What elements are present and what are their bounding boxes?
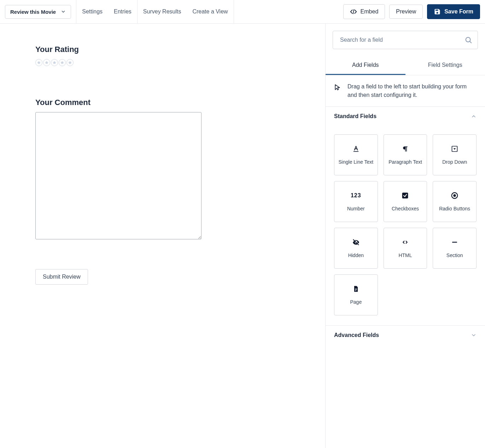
svg-line-7 — [470, 41, 471, 43]
embed-label: Embed — [361, 8, 379, 15]
text-icon — [352, 145, 360, 153]
sidebar-tabs: Add Fields Field Settings — [326, 56, 485, 75]
field-card-label: Single Line Text — [337, 159, 376, 165]
star-icon[interactable] — [35, 59, 42, 66]
fields-grid: Single Line Text Paragraph Text Drop Dow… — [326, 126, 485, 325]
tab-settings[interactable]: Settings — [76, 0, 108, 23]
field-hidden[interactable]: Hidden — [334, 228, 378, 269]
field-single-line-text[interactable]: Single Line Text — [334, 134, 378, 175]
search-wrap — [326, 31, 485, 56]
standard-fields-header[interactable]: Standard Fields — [326, 107, 485, 126]
search-icon — [464, 36, 472, 44]
field-card-label: Page — [348, 299, 364, 305]
paragraph-icon — [402, 145, 409, 153]
nav-tabs-1: Settings Entries — [76, 0, 138, 23]
svg-marker-2 — [45, 61, 48, 64]
rating-label: Your Rating — [35, 45, 201, 54]
code-icon — [401, 238, 409, 246]
field-number[interactable]: 123 Number — [334, 181, 378, 222]
field-checkboxes[interactable]: Checkboxes — [384, 181, 427, 222]
form-title-wrap: Review this Movie — [0, 0, 76, 23]
field-card-label: HTML — [396, 252, 414, 258]
submit-review-button[interactable]: Submit Review — [35, 269, 88, 285]
field-card-label: Drop Down — [440, 159, 469, 165]
checkbox-icon — [402, 192, 409, 199]
save-icon — [434, 8, 441, 15]
field-paragraph-text[interactable]: Paragraph Text — [384, 134, 427, 175]
section-standard-fields: Standard Fields Single Line Text Parag — [326, 107, 485, 326]
field-card-label: Checkboxes — [390, 206, 421, 211]
svg-marker-1 — [37, 61, 41, 64]
star-icon[interactable] — [51, 59, 58, 66]
form-canvas: Your Rating Your Comment Submit Review — [0, 24, 325, 448]
advanced-fields-header[interactable]: Advanced Fields — [326, 326, 485, 345]
field-page[interactable]: Page — [334, 274, 378, 315]
field-section[interactable]: Section — [433, 228, 477, 269]
tab-survey-results[interactable]: Survey Results — [138, 0, 187, 23]
field-drop-down[interactable]: Drop Down — [433, 134, 477, 175]
number-icon: 123 — [351, 192, 361, 199]
svg-line-0 — [353, 10, 354, 14]
eye-off-icon — [352, 238, 360, 246]
form-title-text: Review this Movie — [10, 9, 56, 15]
svg-rect-14 — [355, 289, 357, 289]
advanced-fields-title: Advanced Fields — [334, 332, 379, 338]
tab-entries[interactable]: Entries — [108, 0, 137, 23]
svg-marker-4 — [60, 61, 64, 64]
top-actions: Embed Preview Save Form — [338, 0, 485, 23]
svg-point-12 — [453, 194, 456, 197]
hint-text: Drag a field to the left to start buildi… — [347, 82, 477, 99]
search-input[interactable] — [333, 31, 478, 49]
embed-button[interactable]: Embed — [343, 4, 385, 19]
star-icon[interactable] — [66, 59, 74, 66]
svg-marker-5 — [68, 61, 72, 64]
star-icon[interactable] — [43, 59, 50, 66]
field-comment[interactable]: Your Comment — [35, 98, 201, 241]
field-card-label: Number — [345, 206, 367, 211]
comment-label: Your Comment — [35, 98, 201, 107]
svg-rect-16 — [355, 290, 356, 291]
top-bar: Review this Movie Settings Entries Surve… — [0, 0, 485, 24]
field-card-label: Hidden — [346, 252, 366, 258]
chevron-down-icon — [61, 9, 66, 14]
nav-tabs-2: Survey Results Create a View — [138, 0, 234, 23]
star-icon[interactable] — [59, 59, 66, 66]
comment-textarea[interactable] — [35, 112, 201, 239]
save-label: Save Form — [444, 8, 473, 15]
star-rating[interactable] — [35, 59, 201, 66]
chevron-down-icon — [471, 332, 477, 338]
field-radio-buttons[interactable]: Radio Buttons — [433, 181, 477, 222]
save-form-button[interactable]: Save Form — [427, 4, 480, 19]
hint-row: Drag a field to the left to start buildi… — [326, 75, 485, 107]
sidebar: Add Fields Field Settings Drag a field t… — [325, 24, 485, 448]
page-icon — [352, 285, 360, 293]
svg-rect-10 — [402, 193, 408, 199]
field-rating[interactable]: Your Rating — [35, 45, 201, 66]
code-icon — [350, 8, 357, 15]
tab-add-fields[interactable]: Add Fields — [326, 56, 405, 75]
dropdown-icon — [451, 145, 458, 153]
preview-button[interactable]: Preview — [389, 5, 423, 19]
section-advanced-fields: Advanced Fields — [326, 326, 485, 345]
tab-field-settings[interactable]: Field Settings — [405, 56, 485, 75]
field-html[interactable]: HTML — [384, 228, 427, 269]
form-title-dropdown[interactable]: Review this Movie — [5, 5, 71, 19]
minus-icon — [451, 238, 458, 246]
main-layout: Your Rating Your Comment Submit Review — [0, 24, 485, 448]
cursor-icon — [334, 83, 341, 92]
field-card-label: Paragraph Text — [386, 159, 424, 165]
tab-create-view[interactable]: Create a View — [187, 0, 233, 23]
preview-label: Preview — [396, 8, 416, 15]
field-card-label: Radio Buttons — [437, 206, 472, 211]
standard-fields-title: Standard Fields — [334, 113, 376, 120]
svg-rect-15 — [355, 290, 357, 290]
radio-icon — [451, 192, 458, 199]
chevron-up-icon — [471, 114, 477, 119]
svg-marker-9 — [454, 148, 456, 150]
field-card-label: Section — [444, 252, 465, 258]
svg-marker-3 — [53, 61, 56, 64]
